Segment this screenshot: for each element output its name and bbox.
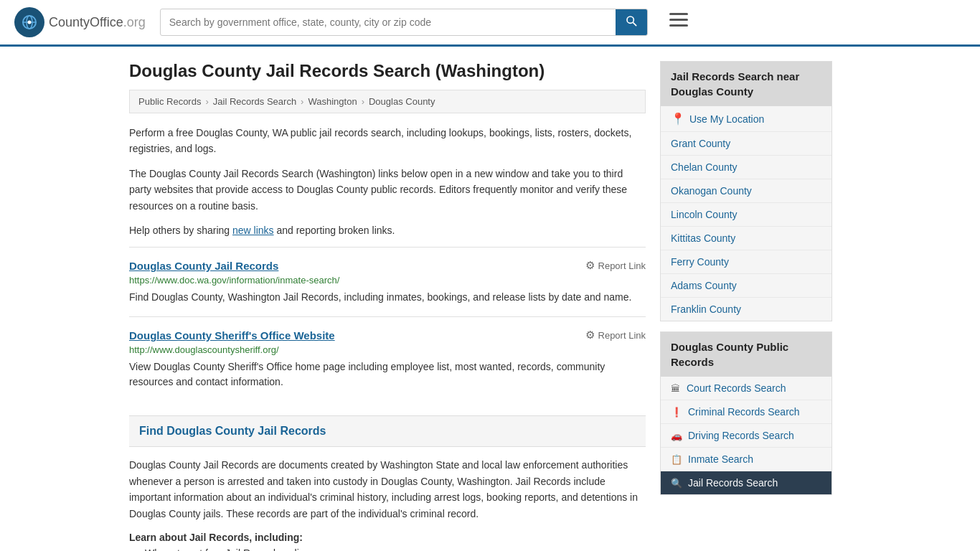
record-item-2: Douglas County Sheriff's Office Website … (129, 316, 646, 401)
sidebar-item-kittitas[interactable]: Kittitas County (661, 227, 831, 250)
search-button[interactable] (616, 9, 647, 35)
inmate-icon: 📋 (671, 454, 682, 465)
learn-title: Learn about Jail Records, including: (129, 532, 646, 543)
sidebar-item-jail-records[interactable]: 🔍 Jail Records Search (661, 471, 831, 494)
logo[interactable]: CountyOffice.org (14, 7, 146, 37)
logo-icon (14, 7, 44, 37)
sidebar-item-okanogan[interactable]: Okanogan County (661, 179, 831, 203)
find-section: Find Douglas County Jail Records (129, 415, 646, 447)
sidebar-item-criminal-records[interactable]: ❗ Criminal Records Search (661, 400, 831, 424)
search-input[interactable] (161, 11, 616, 34)
sidebar-item-inmate-search[interactable]: 📋 Inmate Search (661, 448, 831, 471)
svg-line-6 (633, 22, 636, 25)
learn-list-item-1: Where to get free Jail Records online (145, 547, 646, 551)
sidebar-item-franklin[interactable]: Franklin County (661, 298, 831, 321)
report-icon-2: ⚙ (585, 329, 595, 342)
svg-rect-9 (669, 24, 688, 27)
breadcrumb-douglas-county[interactable]: Douglas County (369, 96, 435, 107)
main-container: Douglas County Jail Records Search (Wash… (0, 47, 980, 551)
sidebar-item-grant[interactable]: Grant County (661, 132, 831, 156)
nearby-section: Jail Records Search near Douglas County … (660, 61, 832, 321)
sidebar-item-court-records[interactable]: 🏛 Court Records Search (661, 377, 831, 400)
sidebar-item-lincoln[interactable]: Lincoln County (661, 203, 831, 227)
report-icon-1: ⚙ (585, 259, 595, 272)
report-link-2[interactable]: ⚙ Report Link (585, 329, 646, 342)
site-header: CountyOffice.org (0, 0, 980, 47)
driving-icon: 🚗 (671, 430, 682, 441)
description-2: The Douglas County Jail Records Search (… (129, 166, 646, 214)
logo-text: CountyOffice.org (49, 15, 146, 30)
svg-rect-7 (669, 13, 688, 15)
record-desc-2: View Douglas County Sheriff's Office hom… (129, 359, 646, 390)
nearby-section-header: Jail Records Search near Douglas County (661, 62, 831, 106)
report-link-1[interactable]: ⚙ Report Link (585, 259, 646, 272)
location-icon: 📍 (671, 112, 685, 126)
public-records-section: Douglas County Public Records 🏛 Court Re… (660, 331, 832, 495)
description-1: Perform a free Douglas County, WA public… (129, 125, 646, 157)
court-icon: 🏛 (671, 383, 681, 394)
record-title-2[interactable]: Douglas County Sheriff's Office Website (129, 329, 335, 342)
sidebar-item-driving-records[interactable]: 🚗 Driving Records Search (661, 424, 831, 448)
record-title-1[interactable]: Douglas County Jail Records (129, 260, 278, 272)
page-title: Douglas County Jail Records Search (Wash… (129, 61, 646, 81)
sidebar-item-ferry[interactable]: Ferry County (661, 250, 831, 274)
sidebar-item-chelan[interactable]: Chelan County (661, 156, 831, 179)
record-desc-1: Find Douglas County, Washington Jail Rec… (129, 290, 646, 305)
breadcrumb: Public Records › Jail Records Search › W… (129, 90, 646, 113)
content-area: Douglas County Jail Records Search (Wash… (129, 61, 646, 551)
new-links-link[interactable]: new links (232, 225, 274, 236)
criminal-icon: ❗ (671, 407, 682, 418)
record-url-2[interactable]: http://www.douglascountysheriff.org/ (129, 344, 646, 355)
svg-rect-8 (669, 19, 688, 21)
find-body: Douglas County Jail Records are document… (129, 457, 646, 522)
breadcrumb-jail-records[interactable]: Jail Records Search (213, 96, 296, 107)
record-header-1: Douglas County Jail Records ⚙ Report Lin… (129, 259, 646, 272)
public-records-header: Douglas County Public Records (661, 332, 831, 377)
menu-button[interactable] (669, 13, 688, 32)
record-header-2: Douglas County Sheriff's Office Website … (129, 329, 646, 342)
record-item-1: Douglas County Jail Records ⚙ Report Lin… (129, 247, 646, 316)
search-bar (160, 9, 648, 36)
description-3: Help others by sharing new links and rep… (129, 222, 646, 238)
sidebar-item-adams[interactable]: Adams County (661, 274, 831, 298)
jail-icon: 🔍 (671, 478, 682, 489)
sidebar: Jail Records Search near Douglas County … (660, 61, 832, 551)
svg-point-4 (28, 21, 32, 24)
use-location[interactable]: 📍 Use My Location (661, 106, 831, 132)
find-section-title: Find Douglas County Jail Records (139, 425, 636, 438)
breadcrumb-washington[interactable]: Washington (308, 96, 357, 107)
learn-list: Where to get free Jail Records online (129, 547, 646, 551)
record-url-1[interactable]: https://www.doc.wa.gov/information/inmat… (129, 275, 646, 286)
use-location-link[interactable]: Use My Location (689, 113, 764, 125)
breadcrumb-public-records[interactable]: Public Records (138, 96, 201, 107)
